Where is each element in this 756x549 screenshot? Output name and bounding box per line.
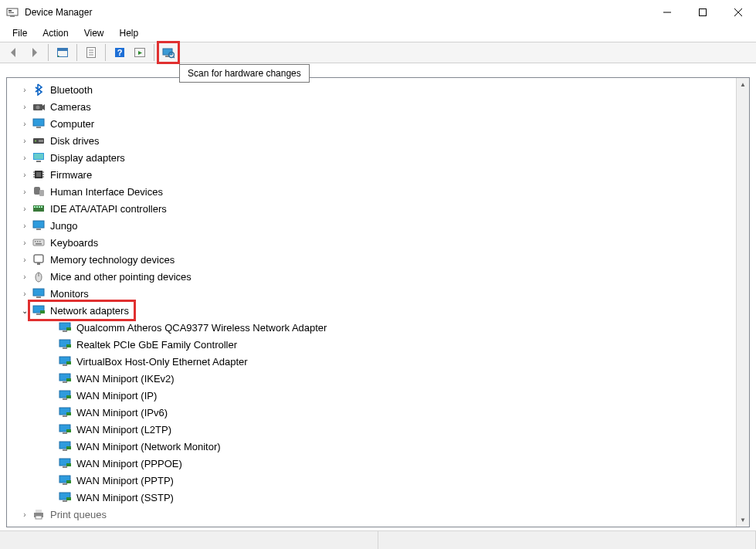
tree-device[interactable]: WAN Miniport (IKEv2) (7, 370, 749, 387)
tree-device[interactable]: WAN Miniport (PPPOE) (7, 455, 749, 472)
expand-icon[interactable]: › (19, 510, 30, 519)
menu-help[interactable]: Help (114, 26, 145, 40)
tree-device-label[interactable]: WAN Miniport (IPv6) (75, 407, 169, 419)
vertical-scrollbar[interactable]: ▲ ▼ (736, 78, 749, 527)
expand-icon[interactable]: › (19, 188, 30, 196)
tree-category[interactable]: ›Computer (7, 115, 749, 132)
tree-category[interactable]: ›Firmware (7, 166, 749, 183)
scroll-down-button[interactable]: ▼ (737, 513, 749, 527)
tree-category-label[interactable]: Bluetooth (49, 84, 94, 96)
forward-button[interactable] (25, 43, 43, 62)
tree-category-label[interactable]: Cameras (49, 101, 93, 113)
network-icon (58, 321, 72, 334)
menu-view[interactable]: View (78, 26, 110, 40)
tree-category[interactable]: ›Cameras (7, 98, 749, 115)
tree-device-label[interactable]: WAN Miniport (Network Monitor) (75, 441, 222, 452)
tree-category-label[interactable]: Print queues (49, 509, 108, 520)
menu-action[interactable]: Action (36, 26, 74, 40)
network-icon (58, 355, 72, 368)
tree-category[interactable]: ›Disk drives (7, 132, 749, 149)
close-button[interactable] (720, 0, 756, 25)
tree-device[interactable]: VirtualBox Host-Only Ethernet Adapter (7, 353, 749, 370)
tree-category-label[interactable]: Monitors (49, 288, 90, 300)
svg-rect-60 (36, 313, 41, 315)
tree-category[interactable]: ›Display adapters (7, 149, 749, 166)
tree-category[interactable]: ›Human Interface Devices (7, 183, 749, 200)
tree-device[interactable]: Qualcomm Atheros QCA9377 Wireless Networ… (7, 319, 749, 336)
svg-rect-46 (33, 221, 44, 228)
svg-rect-73 (66, 378, 71, 381)
tree-category[interactable]: ›Jungo (7, 217, 749, 234)
tree-category[interactable]: ›IDE ATA/ATAPI controllers (7, 200, 749, 217)
show-hide-console-button[interactable] (53, 43, 72, 62)
mouse-icon (32, 270, 46, 283)
scroll-up-button[interactable]: ▲ (737, 78, 749, 91)
tree-category-label[interactable]: IDE ATA/ATAPI controllers (49, 203, 168, 215)
tree-device-label[interactable]: WAN Miniport (IKEv2) (75, 373, 176, 385)
expand-icon[interactable]: › (19, 154, 30, 162)
expand-icon[interactable]: › (19, 205, 30, 213)
tree-device-label[interactable]: Qualcomm Atheros QCA9377 Wireless Networ… (75, 322, 328, 334)
action-button[interactable] (131, 43, 149, 62)
ide-icon (32, 202, 46, 215)
tree-device-label[interactable]: WAN Miniport (PPTP) (75, 475, 175, 486)
expand-icon[interactable]: › (19, 222, 30, 230)
tree-category-label[interactable]: Display adapters (49, 152, 127, 164)
collapse-icon[interactable]: ⌄ (19, 307, 30, 315)
tree-device[interactable]: WAN Miniport (SSTP) (7, 489, 749, 506)
tree-category[interactable]: ›Memory technology devices (7, 251, 749, 268)
tree-category[interactable]: ›Monitors (7, 285, 749, 302)
scan-hardware-button[interactable] (159, 43, 178, 62)
expand-icon[interactable]: › (19, 171, 30, 179)
tree-scroll[interactable]: ›Bluetooth›Cameras›Computer›Disk drives›… (7, 78, 749, 527)
tree-device[interactable]: WAN Miniport (L2TP) (7, 421, 749, 438)
tree-device-label[interactable]: WAN Miniport (IP) (75, 390, 158, 402)
expand-icon[interactable]: › (19, 256, 30, 264)
svg-rect-84 (63, 449, 67, 451)
svg-rect-58 (36, 297, 41, 298)
tree-category[interactable]: ›Keyboards (7, 234, 749, 251)
display-icon (32, 151, 46, 164)
tree-category-label[interactable]: Firmware (49, 169, 93, 181)
expand-icon[interactable]: › (19, 273, 30, 281)
tree-category[interactable]: ⌄Network adapters (7, 302, 749, 319)
tree-device[interactable]: WAN Miniport (IPv6) (7, 404, 749, 421)
minimize-button[interactable] (649, 0, 685, 25)
bluetooth-icon (32, 83, 46, 96)
svg-rect-44 (39, 206, 40, 208)
back-button[interactable] (5, 43, 23, 62)
tree-device-label[interactable]: WAN Miniport (SSTP) (75, 492, 175, 503)
maximize-button[interactable] (685, 0, 720, 25)
tree-device[interactable]: Realtek PCIe GbE Family Controller (7, 336, 749, 353)
tree-device[interactable]: WAN Miniport (PPTP) (7, 472, 749, 489)
tree-category-label[interactable]: Disk drives (49, 135, 101, 147)
help-button[interactable]: ? (110, 43, 129, 62)
tree-category-label[interactable]: Computer (49, 118, 96, 130)
tree-category[interactable]: ›Bluetooth (7, 81, 749, 98)
expand-icon[interactable]: › (19, 120, 30, 128)
tree-device[interactable]: WAN Miniport (IP) (7, 387, 749, 404)
expand-icon[interactable]: › (19, 239, 30, 247)
tree-category[interactable]: ›Print queues (7, 506, 749, 523)
tree-category-label[interactable]: Network adapters (49, 305, 131, 317)
expand-icon[interactable]: › (19, 290, 30, 298)
tree-category[interactable]: ›Mice and other pointing devices (7, 268, 749, 285)
properties-button[interactable] (82, 43, 100, 62)
tree-device-label[interactable]: VirtualBox Host-Only Ethernet Adapter (75, 356, 249, 368)
expand-icon[interactable]: › (19, 103, 30, 111)
tree-category-label[interactable]: Human Interface Devices (49, 186, 164, 198)
tree-category-label[interactable]: Keyboards (49, 237, 100, 249)
tree-category-label[interactable]: Mice and other pointing devices (49, 271, 193, 283)
menu-bar: File Action View Help (0, 25, 756, 42)
tree-device[interactable]: WAN Miniport (Network Monitor) (7, 438, 749, 455)
tree-device-label[interactable]: Realtek PCIe GbE Family Controller (75, 339, 239, 351)
tree-device-label[interactable]: WAN Miniport (PPPOE) (75, 458, 184, 469)
svg-line-20 (173, 56, 175, 58)
tree-category-label[interactable]: Memory technology devices (49, 254, 176, 266)
menu-file[interactable]: File (6, 26, 33, 40)
tree-device-label[interactable]: WAN Miniport (L2TP) (75, 424, 173, 435)
svg-rect-48 (33, 239, 44, 246)
expand-icon[interactable]: › (19, 86, 30, 94)
expand-icon[interactable]: › (19, 137, 30, 145)
tree-category-label[interactable]: Jungo (49, 220, 79, 232)
